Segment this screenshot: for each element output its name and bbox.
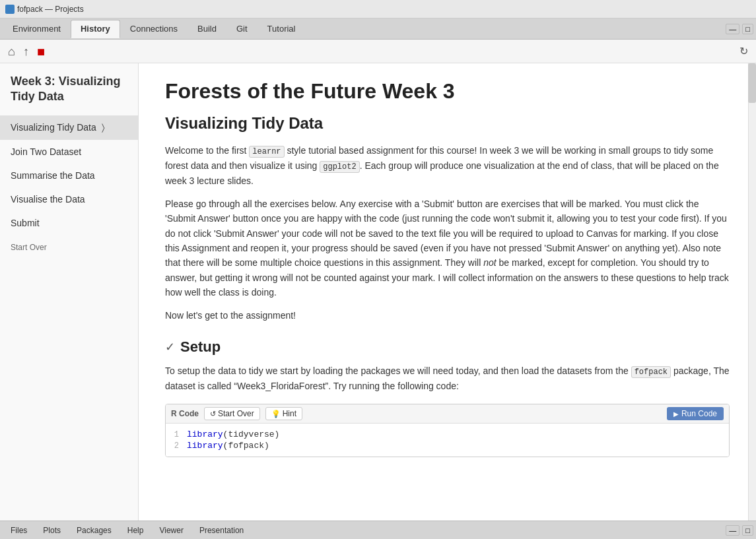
tab-bar: Environment History Connections Build Gi… xyxy=(0,18,756,40)
toolbar: ⌂ ↑ ■ ↻ xyxy=(0,40,756,63)
line-num-2: 2 xyxy=(166,441,187,451)
top-bar: fofpack — Projects xyxy=(0,0,756,18)
sidebar-title: Week 3: Visualizing Tidy Data xyxy=(0,69,138,115)
refresh-button[interactable]: ↻ xyxy=(737,45,751,58)
tab-connections[interactable]: Connections xyxy=(120,20,188,38)
ggplot2-code: ggplot2 xyxy=(320,161,359,173)
sidebar-item-submit[interactable]: Submit xyxy=(0,211,138,235)
bottom-tab-viewer[interactable]: Viewer xyxy=(151,524,191,536)
bottom-bar: Files Plots Packages Help Viewer Present… xyxy=(0,521,756,539)
code-toolbar: R Code ↺ Start Over 💡 Hint ▶ Run Code xyxy=(166,404,729,424)
content-subtitle: Visualizing Tidy Data xyxy=(165,114,730,133)
tab-tutorial[interactable]: Tutorial xyxy=(258,20,306,38)
intro-paragraph: Welcome to the first learnr style tutori… xyxy=(165,143,730,189)
page-title: Forests of the Future Week 3 xyxy=(165,79,730,104)
sidebar-item-visualizing-tidy-data[interactable]: Visualizing Tidy Data 〉 xyxy=(0,115,138,140)
fofpack-code: fofpack xyxy=(631,366,671,378)
sidebar-item-join-two-dataset[interactable]: Join Two Dataset xyxy=(0,140,138,164)
bottom-tab-packages[interactable]: Packages xyxy=(69,524,120,536)
tab-environment[interactable]: Environment xyxy=(3,20,71,38)
check-icon: ✓ xyxy=(165,340,175,354)
line-num-1: 1 xyxy=(166,430,187,439)
code-line-2: 2 library(fofpack) xyxy=(166,440,729,451)
back-button[interactable]: ↑ xyxy=(20,44,32,59)
sidebar-nav: Visualizing Tidy Data 〉 Join Two Dataset… xyxy=(0,115,138,235)
sidebar-item-visualise-the-data[interactable]: Visualise the Data xyxy=(0,187,138,211)
top-bar-title: fofpack — Projects xyxy=(5,5,84,14)
bottom-tab-help[interactable]: Help xyxy=(120,524,152,536)
assignment-intro: Now let's get to the assignment! xyxy=(165,308,730,323)
code-block: R Code ↺ Start Over 💡 Hint ▶ Run Code xyxy=(165,404,730,457)
bottom-minimize-button[interactable]: ― xyxy=(726,525,739,536)
learnr-code: learnr xyxy=(249,146,284,158)
home-button[interactable]: ⌂ xyxy=(5,44,18,59)
bottom-bar-controls: ― □ xyxy=(726,525,753,536)
line-content-2[interactable]: library(fofpack) xyxy=(187,441,269,451)
code-line-1: 1 library(tidyverse) xyxy=(166,429,729,440)
tab-build[interactable]: Build xyxy=(188,20,226,38)
r-code-label: R Code xyxy=(171,409,199,418)
content-panel: Forests of the Future Week 3 Visualizing… xyxy=(139,63,756,521)
scrollbar-thumb[interactable] xyxy=(748,63,756,103)
tab-git[interactable]: Git xyxy=(226,20,258,38)
refresh-icon: ↺ xyxy=(210,410,216,418)
content-inner: Forests of the Future Week 3 Visualizing… xyxy=(139,63,756,484)
bottom-tab-presentation[interactable]: Presentation xyxy=(191,524,252,536)
sidebar-item-summarise-the-data[interactable]: Summarise the Data xyxy=(0,164,138,187)
code-lines: 1 library(tidyverse) 2 library(fofpack) xyxy=(166,424,729,457)
tab-bar-controls: ― □ xyxy=(726,24,753,34)
cursor-icon: 〉 xyxy=(102,122,105,133)
line-content-1[interactable]: library(tidyverse) xyxy=(187,429,279,439)
bottom-tab-plots[interactable]: Plots xyxy=(35,524,69,536)
minimize-button[interactable]: ― xyxy=(726,24,739,34)
hint-icon: 💡 xyxy=(271,410,281,418)
instructions-paragraph: Please go through all the exercises belo… xyxy=(165,197,730,300)
main-content: Week 3: Visualizing Tidy Data Visualizin… xyxy=(0,63,756,521)
maximize-button[interactable]: □ xyxy=(742,24,753,34)
run-code-btn[interactable]: ▶ Run Code xyxy=(667,407,724,420)
setup-section-header: ✓ Setup xyxy=(165,338,730,356)
setup-paragraph: To setup the data to tidy we start by lo… xyxy=(165,364,730,394)
project-icon xyxy=(5,5,15,14)
start-over-btn[interactable]: ↺ Start Over xyxy=(204,407,260,420)
setup-text: To setup the data to tidy we start by lo… xyxy=(165,364,730,394)
stop-button[interactable]: ■ xyxy=(34,44,48,59)
top-bar-title-text: fofpack — Projects xyxy=(17,5,84,14)
bottom-maximize-button[interactable]: □ xyxy=(742,525,753,536)
bottom-tab-files[interactable]: Files xyxy=(3,524,35,536)
play-icon: ▶ xyxy=(673,410,679,418)
tab-history[interactable]: History xyxy=(71,20,120,38)
scrollbar-track[interactable] xyxy=(748,63,756,521)
sidebar: Week 3: Visualizing Tidy Data Visualizin… xyxy=(0,63,139,521)
setup-heading: Setup xyxy=(180,338,221,356)
start-over-link[interactable]: Start Over xyxy=(0,235,138,260)
content-body: Welcome to the first learnr style tutori… xyxy=(165,143,730,323)
hint-btn[interactable]: 💡 Hint xyxy=(265,407,302,420)
